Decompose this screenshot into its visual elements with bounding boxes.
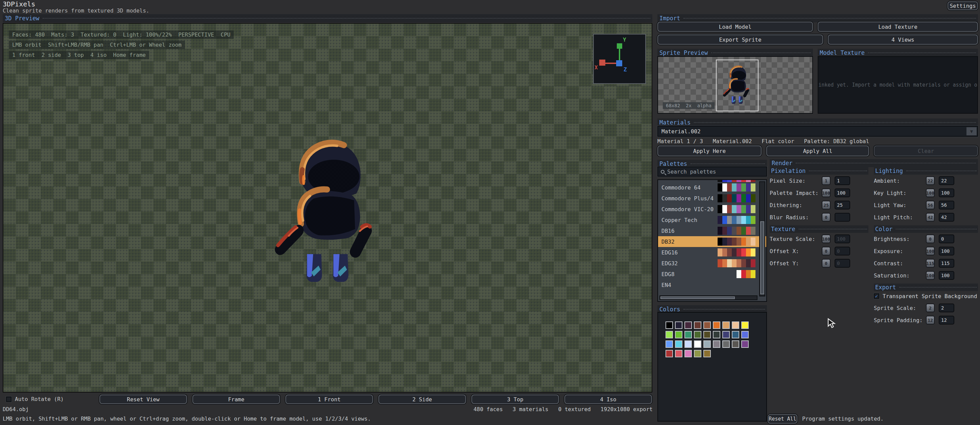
param-input[interactable]: 0: [835, 259, 850, 268]
palette-list-item[interactable]: EDG32: [658, 258, 766, 268]
color-swatch[interactable]: [722, 331, 730, 339]
color-swatch[interactable]: [675, 331, 682, 339]
param-input[interactable]: 42: [939, 213, 954, 222]
scrollbar-thumb[interactable]: [660, 296, 735, 299]
color-swatch[interactable]: [741, 340, 749, 348]
palette-horizontal-scrollbar[interactable]: [659, 296, 757, 300]
param-input[interactable]: 2: [939, 304, 954, 312]
param-input[interactable]: 12: [939, 316, 954, 324]
param-knob[interactable]: 0: [822, 247, 830, 256]
color-swatch[interactable]: [694, 340, 702, 348]
color-swatch[interactable]: [713, 340, 720, 348]
param-input[interactable]: 0: [835, 247, 850, 256]
color-swatch[interactable]: [703, 350, 711, 357]
param-input[interactable]: 25: [835, 201, 850, 209]
palette-list-item[interactable]: Commodore VIC-20: [658, 204, 766, 214]
apply-here-button[interactable]: Apply Here: [657, 145, 762, 157]
color-swatch[interactable]: [665, 340, 673, 348]
color-swatch[interactable]: [684, 321, 692, 329]
view-button[interactable]: Frame: [192, 395, 280, 404]
color-swatch[interactable]: [703, 331, 711, 339]
palette-list-item[interactable]: DB16: [658, 225, 766, 236]
param-knob[interactable]: 42: [926, 213, 935, 222]
chevron-down-icon[interactable]: ▼: [966, 127, 977, 135]
color-swatch[interactable]: [675, 340, 682, 348]
transparent-background-checkbox[interactable]: ✓: [874, 293, 879, 299]
clear-button[interactable]: Clear: [874, 145, 978, 157]
param-knob[interactable]: 100: [822, 235, 830, 243]
param-input[interactable]: 100: [939, 247, 954, 256]
four-views-button[interactable]: 4 Views: [828, 35, 978, 45]
param-knob[interactable]: 25: [822, 201, 830, 209]
view-button[interactable]: Reset View: [99, 395, 187, 404]
load-texture-button[interactable]: Load Texture: [818, 22, 978, 32]
param-knob[interactable]: 0: [822, 259, 830, 268]
color-swatch[interactable]: [732, 331, 739, 339]
color-swatch[interactable]: [694, 331, 702, 339]
palette-vertical-scrollbar[interactable]: [759, 181, 765, 296]
palette-search-input[interactable]: [667, 168, 764, 175]
view-button[interactable]: 1 Front: [285, 395, 373, 404]
param-knob[interactable]: 2: [926, 304, 935, 312]
color-swatch[interactable]: [722, 340, 730, 348]
param-knob[interactable]: 100: [926, 271, 935, 280]
palette-list-item[interactable]: Commodore 64: [658, 182, 766, 193]
color-swatch[interactable]: [675, 321, 682, 329]
export-sprite-button[interactable]: Export Sprite: [657, 35, 823, 45]
color-swatch[interactable]: [732, 321, 739, 329]
param-knob[interactable]: 0: [822, 213, 830, 222]
param-input[interactable]: 115: [939, 259, 954, 268]
settings-button[interactable]: Settings: [948, 2, 978, 10]
palette-list-item[interactable]: EN4: [658, 280, 766, 290]
param-knob[interactable]: 100: [926, 189, 935, 197]
palette-list-item[interactable]: Copper Tech: [658, 214, 766, 225]
param-input[interactable]: 100: [835, 235, 850, 243]
palette-list-item[interactable]: EDG16: [658, 247, 766, 258]
color-swatch[interactable]: [703, 321, 711, 329]
param-input[interactable]: [835, 213, 850, 222]
color-swatch[interactable]: [703, 340, 711, 348]
param-knob[interactable]: 100: [822, 189, 830, 197]
param-input[interactable]: 22: [939, 176, 954, 185]
reset-all-button[interactable]: Reset All: [768, 414, 797, 423]
color-swatch[interactable]: [713, 331, 720, 339]
color-swatch[interactable]: [741, 321, 749, 329]
param-knob[interactable]: 0: [926, 235, 935, 243]
viewport-canvas[interactable]: Faces: 480 Mats: 3 Textured: 0 Light: 10…: [3, 23, 652, 393]
color-swatch[interactable]: [684, 331, 692, 339]
apply-all-button[interactable]: Apply All: [766, 145, 869, 157]
palette-list-item[interactable]: EDG8: [658, 268, 766, 280]
param-input[interactable]: 56: [939, 201, 954, 209]
color-swatch[interactable]: [713, 321, 720, 329]
color-swatch[interactable]: [732, 340, 739, 348]
color-swatch[interactable]: [722, 321, 730, 329]
color-swatch[interactable]: [665, 331, 673, 339]
color-swatch[interactable]: [675, 350, 682, 357]
param-input[interactable]: 0: [939, 235, 954, 243]
auto-rotate-checkbox[interactable]: [6, 396, 11, 402]
param-knob[interactable]: 115: [926, 259, 935, 268]
palette-list-item[interactable]: Commodore Plus/4: [658, 193, 766, 204]
palette-list-item[interactable]: DB32: [658, 236, 766, 247]
param-input[interactable]: 100: [835, 189, 850, 197]
palette-list[interactable]: Commodore 64 Commodore Plus/4 Commodore …: [657, 179, 767, 302]
color-swatch[interactable]: [741, 331, 749, 339]
param-input[interactable]: 100: [939, 189, 954, 197]
color-swatch[interactable]: [684, 350, 692, 357]
param-knob[interactable]: 12: [926, 316, 935, 324]
param-knob[interactable]: 100: [926, 247, 935, 256]
color-swatch[interactable]: [694, 350, 702, 357]
view-button[interactable]: 2 Side: [379, 395, 466, 404]
color-swatch[interactable]: [694, 321, 702, 329]
param-input[interactable]: 1: [835, 176, 850, 185]
param-knob[interactable]: 1: [822, 176, 830, 185]
param-knob[interactable]: 22: [926, 176, 935, 185]
scrollbar-thumb[interactable]: [760, 221, 764, 294]
palette-search-box[interactable]: [657, 166, 767, 177]
load-model-button[interactable]: Load Model: [657, 22, 813, 32]
view-button[interactable]: 3 Top: [471, 395, 559, 404]
color-swatch[interactable]: [665, 321, 673, 329]
color-swatch[interactable]: [665, 350, 673, 357]
material-dropdown[interactable]: Material.002 ▼: [657, 126, 978, 137]
param-input[interactable]: 100: [939, 271, 954, 280]
